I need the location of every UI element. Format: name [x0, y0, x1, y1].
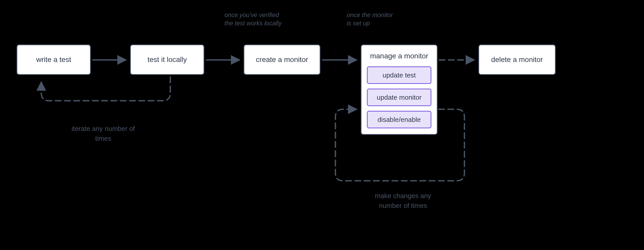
- step-write-test: write a test: [17, 44, 91, 75]
- arrow-write-to-test: [91, 57, 130, 63]
- sub-label: update test: [383, 71, 416, 79]
- arrow-create-to-manage: [320, 57, 361, 63]
- step-label: write a test: [36, 56, 71, 64]
- step-label: test it locally: [148, 56, 187, 64]
- step-test-locally: test it locally: [130, 44, 204, 75]
- loop-text: make changes any number of times: [375, 192, 431, 209]
- annotation-verified: once you've verified the test works loca…: [224, 11, 286, 28]
- step-label: create a monitor: [256, 56, 308, 64]
- loop-iterate-path: [31, 75, 186, 132]
- arrow-test-to-create: [204, 57, 244, 63]
- sub-update-test: update test: [367, 66, 431, 84]
- sub-update-monitor: update monitor: [367, 89, 431, 106]
- annotation-monitor-setup: once the monitor is set up: [347, 11, 393, 28]
- step-create-monitor: create a monitor: [244, 44, 320, 75]
- sub-label: update monitor: [377, 93, 421, 101]
- arrow-manage-to-delete: [438, 57, 478, 63]
- step-delete-monitor: delete a monitor: [478, 44, 556, 75]
- loop-text: iterate any number of times: [71, 125, 135, 142]
- loop-iterate-label: iterate any number of times: [65, 124, 142, 143]
- loop-changes-label: make changes any number of times: [369, 191, 437, 210]
- annotation-text: once the monitor is set up: [347, 11, 393, 27]
- sub-disable-enable: disable/enable: [367, 111, 431, 128]
- step-label: manage a monitor: [370, 52, 428, 60]
- step-manage-monitor: manage a monitor update test update moni…: [361, 44, 438, 135]
- sub-label: disable/enable: [377, 116, 421, 124]
- annotation-text: once you've verified the test works loca…: [224, 11, 281, 27]
- step-label: delete a monitor: [491, 56, 543, 64]
